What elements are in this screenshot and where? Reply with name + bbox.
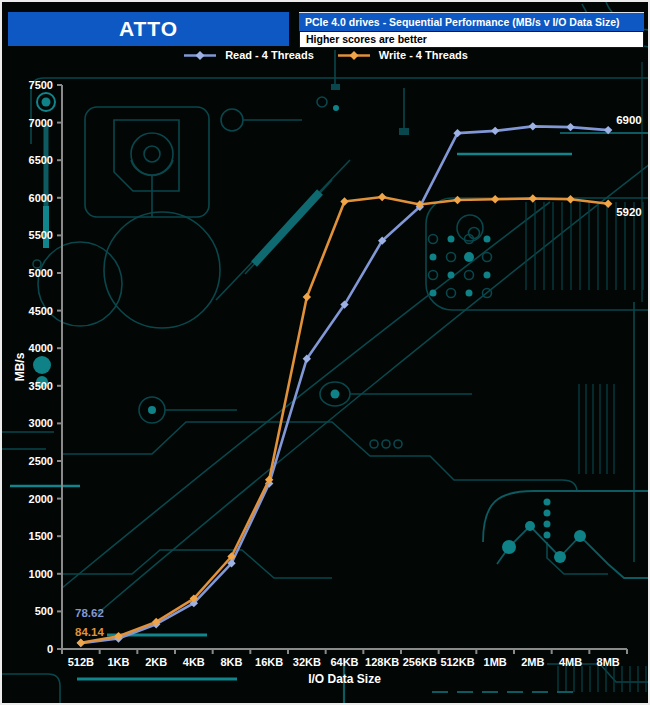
x-tick-label: 256KB <box>403 656 437 668</box>
y-tick-label: 2000 <box>29 493 53 505</box>
chart-title: PCIe 4.0 drives - Sequential Performance… <box>299 12 644 31</box>
x-tick-label: 4KB <box>183 656 205 668</box>
write-data-point <box>566 195 574 203</box>
start-value-label: 78.62 <box>75 607 104 619</box>
title-block: PCIe 4.0 drives - Sequential Performance… <box>299 12 644 48</box>
x-tick-label: 1KB <box>107 656 129 668</box>
write-data-point <box>529 194 537 202</box>
x-tick-label: 128KB <box>365 656 399 668</box>
y-tick-label: 6500 <box>29 154 53 166</box>
y-tick-label: 4500 <box>29 305 53 317</box>
legend-label-read: Read - 4 Threads <box>225 49 314 61</box>
write-line-marker-icon <box>336 50 372 61</box>
x-tick-label: 32KB <box>293 656 321 668</box>
legend-item-read: Read - 4 Threads <box>182 49 314 61</box>
write-data-point <box>491 195 499 203</box>
x-axis-title: I/O Data Size <box>308 672 381 686</box>
y-tick-label: 6000 <box>29 192 53 204</box>
chart-subtitle: Higher scores are better <box>299 31 644 48</box>
legend-item-write: Write - 4 Threads <box>336 49 468 61</box>
x-tick-label: 2KB <box>145 656 167 668</box>
start-value-label: 84.14 <box>75 626 104 638</box>
y-tick-label: 0 <box>47 643 53 655</box>
x-tick-label: 512KB <box>440 656 474 668</box>
header: ATTO PCIe 4.0 drives - Sequential Perfor… <box>8 12 644 48</box>
write-data-point <box>604 200 612 208</box>
y-tick-label: 7000 <box>29 117 53 129</box>
y-tick-label: 3500 <box>29 380 53 392</box>
end-value-label: 6900 <box>616 114 642 126</box>
atto-logo: ATTO <box>8 12 289 46</box>
write-series-line <box>81 197 608 643</box>
y-tick-label: 1500 <box>29 530 53 542</box>
y-tick-label: 3000 <box>29 417 53 429</box>
performance-line-chart: 0500100015002000250030003500400045005000… <box>2 2 650 705</box>
x-tick-label: 4MB <box>559 656 582 668</box>
x-tick-label: 1MB <box>484 656 507 668</box>
y-tick-label: 500 <box>35 605 53 617</box>
x-tick-label: 64KB <box>330 656 358 668</box>
read-line-marker-icon <box>182 50 218 61</box>
y-tick-label: 4000 <box>29 342 53 354</box>
write-data-point <box>453 196 461 204</box>
atto-logo-label: ATTO <box>119 17 178 41</box>
x-tick-label: 16KB <box>255 656 283 668</box>
atto-benchmark-chart: ATTO PCIe 4.0 drives - Sequential Perfor… <box>0 0 650 705</box>
x-tick-label: 8MB <box>597 656 620 668</box>
y-tick-label: 7500 <box>29 79 53 91</box>
read-data-point <box>566 123 574 131</box>
x-tick-label: 2MB <box>521 656 544 668</box>
read-data-point <box>604 126 612 134</box>
y-tick-label: 1000 <box>29 568 53 580</box>
legend-label-write: Write - 4 Threads <box>379 49 468 61</box>
x-tick-label: 8KB <box>220 656 242 668</box>
legend: Read - 4 ThreadsWrite - 4 Threads <box>2 49 648 61</box>
write-data-point <box>77 638 85 646</box>
x-tick-label: 512B <box>68 656 94 668</box>
read-data-point <box>529 122 537 130</box>
write-data-point <box>340 197 348 205</box>
y-tick-label: 2500 <box>29 455 53 467</box>
write-data-point <box>378 193 386 201</box>
end-value-label: 5920 <box>616 206 642 218</box>
y-tick-label: 5000 <box>29 267 53 279</box>
y-tick-label: 5500 <box>29 229 53 241</box>
write-data-point <box>303 293 311 301</box>
read-data-point <box>491 127 499 135</box>
y-axis-title: MB/s <box>13 352 27 381</box>
